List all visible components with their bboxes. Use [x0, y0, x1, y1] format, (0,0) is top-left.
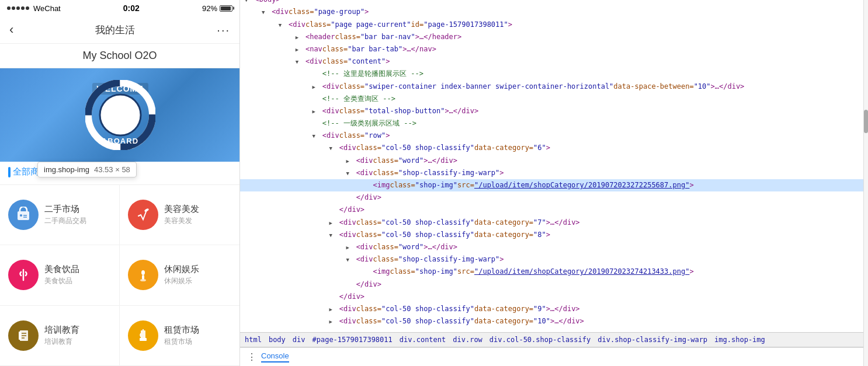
breadcrumb-item-1[interactable]: body — [269, 336, 286, 344]
tooltip-size-label: 43.53 × 58 — [94, 165, 130, 174]
code-line-4[interactable]: <div class="page page-current" id="page-… — [240, 19, 863, 31]
code-line-21[interactable]: <div class="col-50 shop-classify" data-c… — [240, 229, 863, 241]
console-tab[interactable]: Console — [261, 351, 289, 362]
triangle-icon[interactable] — [346, 155, 352, 166]
breadcrumb-item-4[interactable]: div.content — [400, 336, 446, 344]
code-line-27[interactable]: <div class="col-50 shop-classify" data-c… — [240, 303, 863, 315]
breadcrumb-item-7[interactable]: div.shop-classify-img-warp — [598, 336, 707, 344]
more-menu-button[interactable]: ··· — [217, 23, 230, 37]
shop-header: 全部商店 img.shop-img 43.53 × 58 — [0, 162, 239, 185]
signal-dot-3 — [16, 6, 20, 10]
category-item-rental[interactable]: 租赁市场 租赁市场 — [120, 306, 239, 367]
code-line-25[interactable]: </div> — [240, 278, 863, 291]
triangle-icon[interactable] — [346, 242, 352, 253]
triangle-icon[interactable] — [279, 19, 284, 30]
code-line-13[interactable]: <div class="row"> — [240, 130, 863, 142]
code-line-12[interactable]: <!-- 一级类别展示区域 --> — [240, 117, 863, 130]
code-line-2[interactable]: <body> — [240, 0, 863, 6]
code-line-3[interactable]: <div class="page-group"> — [240, 6, 863, 18]
triangle-icon[interactable] — [346, 168, 352, 179]
triangle-icon[interactable] — [346, 254, 352, 265]
category-icon-entertainment — [128, 260, 158, 290]
category-text-second-hand: 二手市场 二手商品交易 — [44, 204, 86, 226]
category-name-rental: 租赁市场 — [164, 325, 199, 336]
code-line-20[interactable]: <div class="col-50 shop-classify" data-c… — [240, 217, 863, 229]
code-line-16[interactable]: <div class="shop-classify-img-warp"> — [240, 167, 863, 179]
category-text-education: 培训教育 培训教育 — [44, 325, 79, 347]
breadcrumb-item-2[interactable]: div — [293, 336, 305, 344]
battery-area: 92% — [202, 4, 232, 13]
breadcrumb-item-5[interactable]: div.row — [453, 336, 482, 344]
breadcrumb-item-3[interactable]: #page-1579017398011 — [313, 336, 393, 344]
category-name-food: 美食饮品 — [44, 264, 79, 275]
category-item-second-hand[interactable]: 二手市场 二手商品交易 — [0, 185, 120, 246]
category-sub-second-hand: 二手商品交易 — [44, 216, 86, 226]
category-item-education[interactable]: 培训教育 培训教育 — [0, 306, 120, 367]
category-grid: 二手市场 二手商品交易 美容美发 美容美发 — [0, 185, 239, 367]
time-label: 0:02 — [123, 4, 140, 13]
code-line-14[interactable]: <div class="col-50 shop-classify" data-c… — [240, 142, 863, 154]
page-title: 我的生活 — [95, 23, 135, 37]
code-line-9[interactable]: <div class="swiper-container index-banne… — [240, 81, 863, 93]
category-icon-second-hand — [8, 200, 39, 230]
triangle-icon[interactable] — [313, 130, 318, 141]
code-line-23[interactable]: <div class="shop-classify-img-warp"> — [240, 253, 863, 266]
code-line-8[interactable]: <!-- 这里是轮播图展示区 --> — [240, 68, 863, 80]
category-name-education: 培训教育 — [44, 325, 79, 336]
code-line-15[interactable]: <div class="word">…</div> — [240, 155, 863, 167]
scrollbar[interactable] — [863, 0, 868, 366]
triangle-icon[interactable] — [313, 106, 318, 117]
triangle-icon[interactable] — [296, 32, 301, 43]
triangle-icon[interactable] — [329, 316, 335, 327]
code-line-17[interactable]: <img class="shop-img" src="/upload/item/… — [240, 179, 863, 191]
category-sub-entertainment: 休闲娱乐 — [164, 276, 199, 286]
school-title: My School O2O — [82, 50, 157, 61]
code-line-10[interactable]: <!-- 全类查询区 --> — [240, 93, 863, 105]
triangle-icon[interactable] — [296, 44, 301, 55]
category-item-food[interactable]: 美食饮品 美食饮品 — [0, 245, 120, 306]
code-line-6[interactable]: <nav class="bar bar-tab">…</nav> — [240, 43, 863, 55]
category-text-food: 美食饮品 美食饮品 — [44, 264, 79, 286]
triangle-icon[interactable] — [313, 81, 318, 92]
breadcrumb-item-8[interactable]: img.shop-img — [714, 336, 765, 344]
triangle-icon[interactable] — [329, 142, 335, 154]
triangle-icon[interactable] — [262, 6, 268, 18]
category-name-second-hand: 二手市场 — [44, 204, 86, 215]
code-line-5[interactable]: <header class="bar bar-nav">…</header> — [240, 31, 863, 43]
signal-dot-2 — [12, 6, 15, 10]
category-item-beauty[interactable]: 美容美发 美容美发 — [120, 185, 239, 246]
signal-dot-5 — [26, 6, 29, 10]
code-area[interactable]: <head>…</head> <body> <div class="page-g… — [240, 0, 863, 332]
console-menu-icon[interactable]: ⋮ — [247, 351, 256, 362]
triangle-icon[interactable] — [329, 229, 335, 240]
banner-image: WELCOME ABOARD — [0, 68, 240, 162]
code-line-18[interactable]: </div> — [240, 191, 863, 204]
triangle-icon[interactable] — [245, 0, 251, 5]
code-line-22[interactable]: <div class="word">…</div> — [240, 241, 863, 253]
triangle-icon[interactable] — [296, 56, 301, 67]
status-left: WeChat — [7, 4, 61, 13]
breadcrumb-item-0[interactable]: html — [245, 336, 262, 344]
back-button[interactable]: ‹ — [9, 22, 13, 37]
breadcrumb-item-6[interactable]: div.col-50.shop-classify — [489, 336, 591, 344]
svg-point-9 — [141, 270, 145, 275]
code-line-19[interactable]: </div> — [240, 204, 863, 216]
carrier-label: WeChat — [33, 4, 61, 13]
signal-dots — [7, 6, 29, 10]
signal-dot-4 — [21, 6, 25, 10]
triangle-icon[interactable] — [329, 217, 335, 228]
phone-panel: WeChat 0:02 92% ‹ 我的生活 ··· My School O2O… — [0, 0, 240, 366]
scroll-thumb[interactable] — [864, 110, 868, 133]
code-line-11[interactable]: <div class="total-shop-button">…</div> — [240, 105, 863, 117]
battery-icon — [220, 5, 232, 12]
category-sub-beauty: 美容美发 — [164, 216, 199, 226]
code-line-24[interactable]: <img class="shop-img" src="/upload/item/… — [240, 266, 863, 278]
category-name-beauty: 美容美发 — [164, 204, 199, 215]
category-item-entertainment[interactable]: 休闲娱乐 休闲娱乐 — [120, 245, 239, 306]
code-line-28[interactable]: <div class="col-50 shop-classify" data-c… — [240, 315, 863, 327]
code-line-7[interactable]: <div class="content"> — [240, 55, 863, 68]
svg-rect-10 — [142, 275, 144, 280]
category-icon-education — [8, 320, 39, 351]
triangle-icon[interactable] — [329, 304, 335, 315]
code-line-26[interactable]: </div> — [240, 291, 863, 303]
